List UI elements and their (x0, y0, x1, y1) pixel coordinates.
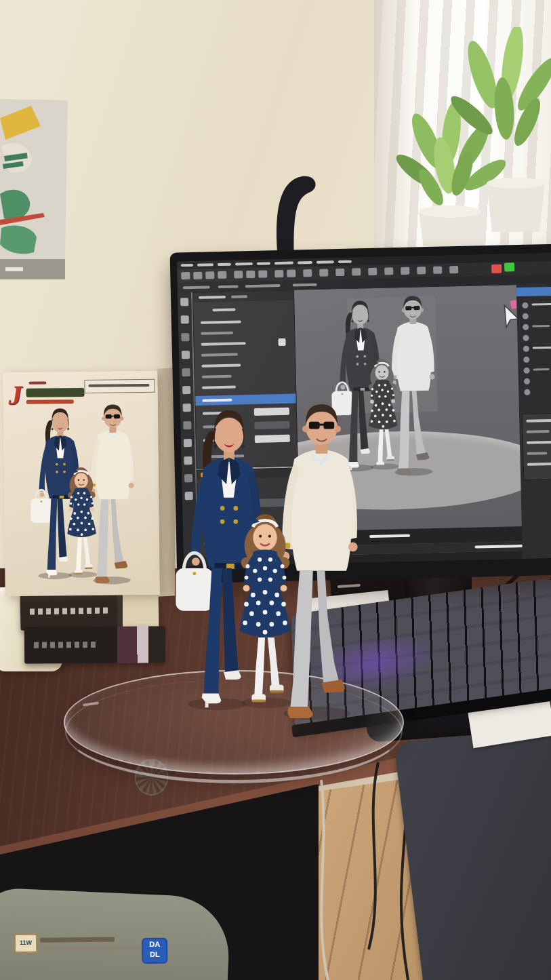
mousepad (394, 709, 551, 980)
box-code-text: 11W (20, 939, 32, 946)
family-figurines (153, 396, 380, 730)
box-family-artwork (17, 399, 148, 591)
book (24, 626, 165, 663)
figurine-box: J 11W DA DL (3, 371, 159, 596)
publisher-logo-line: DA (143, 939, 166, 949)
plant-right (442, 27, 551, 239)
wall-poster (0, 99, 70, 279)
box-code-emblem: 11W (14, 934, 37, 953)
box-title-text (40, 937, 115, 943)
book (20, 593, 159, 631)
photo-scene: J 11W DA DL (0, 0, 551, 980)
book-spine-text (34, 642, 99, 648)
publisher-logo: DA DL (142, 938, 167, 964)
publisher-logo-line: DL (143, 949, 166, 960)
book-spine-text (30, 607, 110, 614)
monitor-arm-hook (268, 171, 329, 259)
box-caption (84, 379, 155, 393)
